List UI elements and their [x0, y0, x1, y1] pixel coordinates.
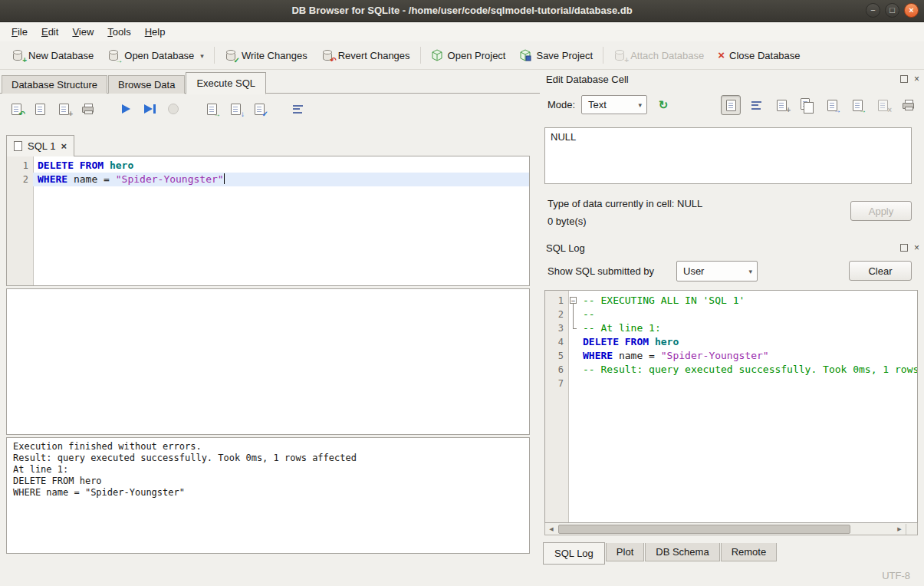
sql-log-view[interactable]: 1 − -- EXECUTING ALL IN 'SQL 1' 2 -- 3 -…: [544, 290, 918, 523]
maximize-icon[interactable]: □: [885, 3, 899, 18]
open-sql-file-icon: ↶: [10, 103, 22, 115]
editor-line: 1 DELETE FROM hero: [7, 159, 529, 173]
find-replace-button[interactable]: ✓: [249, 99, 269, 119]
auto-detect-mode-button[interactable]: ↻: [653, 95, 673, 115]
tab-database-structure[interactable]: Database Structure: [2, 75, 107, 94]
open-in-editor-button[interactable]: +: [771, 95, 791, 115]
set-null-icon: ×: [876, 99, 889, 111]
encoding-indicator[interactable]: UTF-8: [882, 570, 910, 581]
import-cell-button[interactable]: →: [822, 95, 842, 115]
save-results-button[interactable]: ↓: [225, 99, 245, 119]
dock-float-icon[interactable]: [900, 244, 908, 252]
import-file-icon: →: [826, 99, 838, 111]
toolbar-separator: [214, 47, 215, 64]
text-view-icon: [725, 99, 737, 111]
find-icon: ✓: [253, 103, 265, 115]
tab-remote[interactable]: Remote: [721, 543, 778, 561]
close-icon[interactable]: ×: [904, 3, 919, 18]
print-sql-button[interactable]: [77, 99, 97, 119]
revert-changes-icon: ↶: [321, 49, 334, 61]
sql-tab-close-icon[interactable]: ×: [61, 140, 67, 152]
cell-type-info: Type of data currently in cell: NULL: [547, 198, 702, 209]
close-database-button[interactable]: × Close Database: [711, 47, 807, 64]
editor-lines: 1 DELETE FROM hero 2 WHERE name = "Spide…: [7, 159, 529, 186]
message-line: WHERE name = "Spider-Youngster": [13, 487, 523, 499]
mode-combobox[interactable]: Text ▾: [581, 95, 647, 114]
export-cell-button[interactable]: →: [847, 95, 867, 115]
cell-content-editor[interactable]: NULL: [544, 127, 912, 184]
sql-toolbar: ↶ + → ↓ ✓: [6, 98, 307, 120]
format-sql-button[interactable]: [288, 99, 307, 119]
execute-line-icon: [144, 104, 153, 114]
sql-log-dock-controls: ×: [900, 244, 919, 252]
print-cell-button[interactable]: [898, 95, 918, 115]
results-grid[interactable]: [6, 288, 530, 435]
menu-view[interactable]: View: [65, 24, 100, 40]
new-database-icon: +: [12, 49, 24, 61]
main-tab-widget: Database Structure Browse Data Execute S…: [0, 72, 540, 554]
tab-execute-sql[interactable]: Execute SQL: [186, 72, 266, 94]
menu-help[interactable]: Help: [138, 24, 173, 40]
save-project-button[interactable]: Save Project: [512, 46, 600, 64]
open-database-dropdown-icon[interactable]: ▾: [200, 52, 204, 61]
statusbar: UTF-8: [0, 566, 924, 586]
log-line: 4 DELETE FROM hero: [545, 335, 917, 349]
dock-close-icon[interactable]: ×: [914, 75, 919, 83]
menu-tools[interactable]: Tools: [100, 24, 137, 40]
cell-editor-toolbar: Mode: Text ▾ ↻ + → → ×: [541, 95, 924, 115]
export-results-button[interactable]: →: [202, 99, 222, 119]
tab-browse-data[interactable]: Browse Data: [108, 75, 185, 94]
scroll-right-icon[interactable]: ▶: [893, 524, 906, 535]
fold-marker[interactable]: −: [568, 294, 578, 308]
log-text: WHERE name = "Spider-Youngster": [578, 349, 917, 363]
log-line: 6 -- Result: query executed successfully…: [545, 363, 917, 377]
log-line: 7: [545, 377, 917, 390]
edit-cell-dock-title: Edit Database Cell: [546, 74, 629, 85]
sql-editor-tab[interactable]: SQL 1 ×: [6, 135, 74, 156]
minimize-icon[interactable]: −: [866, 3, 880, 18]
log-text: --: [578, 308, 917, 321]
clear-log-button[interactable]: Clear: [849, 261, 912, 281]
copy-cell-button[interactable]: [797, 95, 817, 115]
format-icon: [293, 105, 303, 114]
log-horizontal-scrollbar[interactable]: ◀ ▶: [544, 523, 918, 535]
open-database-button[interactable]: → Open Database ▾: [100, 46, 211, 64]
menu-file[interactable]: File: [5, 24, 35, 40]
copy-icon: [801, 99, 813, 111]
titlebar[interactable]: DB Browser for SQLite - /home/user/code/…: [0, 0, 924, 22]
log-text: -- At line 1:: [578, 321, 917, 335]
cell-size-info: 0 byte(s): [547, 216, 587, 227]
new-database-button[interactable]: + New Database: [5, 46, 100, 64]
sql-editor[interactable]: 1 DELETE FROM hero 2 WHERE name = "Spide…: [6, 156, 530, 286]
log-filter-combobox[interactable]: User ▾: [676, 261, 758, 281]
dock-close-icon[interactable]: ×: [914, 244, 919, 252]
message-line: At line 1:: [13, 464, 523, 476]
write-changes-button[interactable]: ✓ Write Changes: [218, 46, 314, 64]
message-line: Result: query executed successfully. Too…: [13, 453, 523, 464]
tab-sql-log[interactable]: SQL Log: [543, 542, 605, 565]
combo-arrow-icon: ▾: [638, 101, 642, 109]
text-cursor: [224, 173, 225, 184]
save-sql-file-button[interactable]: [30, 99, 50, 119]
toolbar-separator: [603, 47, 603, 64]
export-file-icon: →: [851, 99, 863, 111]
save-sql-as-button[interactable]: +: [54, 99, 74, 119]
execute-all-button[interactable]: [116, 99, 136, 119]
scrollbar-thumb[interactable]: [558, 525, 850, 534]
revert-changes-button[interactable]: ↶ Revert Changes: [314, 46, 417, 64]
open-project-button[interactable]: Open Project: [424, 46, 513, 64]
scroll-left-icon[interactable]: ◀: [545, 524, 557, 535]
log-text: DELETE FROM hero: [578, 335, 917, 349]
tab-plot[interactable]: Plot: [606, 543, 644, 561]
sql-tab-label: SQL 1: [28, 140, 55, 152]
word-wrap-button[interactable]: [746, 95, 766, 115]
tab-db-schema[interactable]: DB Schema: [645, 543, 719, 561]
window-title: DB Browser for SQLite - /home/user/code/…: [0, 0, 924, 21]
execute-current-line-button[interactable]: [140, 99, 159, 119]
menu-edit[interactable]: Edit: [35, 24, 65, 40]
save-project-icon: [519, 49, 531, 61]
text-view-button[interactable]: [721, 95, 741, 115]
open-sql-file-button[interactable]: ↶: [6, 99, 26, 119]
close-database-icon: ×: [718, 50, 725, 61]
dock-float-icon[interactable]: [900, 75, 908, 83]
